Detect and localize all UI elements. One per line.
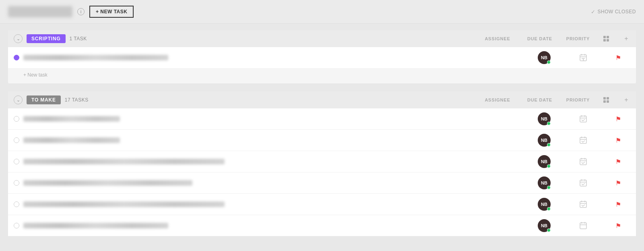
avatar[interactable]: NB (538, 112, 551, 125)
section-to-make-header: ⌄ TO MAKE 17 TASKS ASSIGNEE DUE DATE PRI… (8, 91, 636, 108)
svg-rect-11 (603, 100, 606, 103)
top-bar: i + NEW TASK ✓ SHOW CLOSED (0, 0, 644, 24)
avatar[interactable]: NB (538, 198, 551, 211)
show-closed-label: SHOW CLOSED (597, 9, 636, 15)
task-actions: NB ⚑ (528, 134, 630, 147)
avatar[interactable]: NB (538, 176, 551, 189)
due-date-icon[interactable] (579, 114, 588, 123)
avatar-initials: NB (541, 138, 547, 143)
priority-flag-icon[interactable]: ⚑ (614, 222, 622, 230)
task-name-blurred (23, 55, 168, 60)
table-row: NB ⚑ (8, 215, 636, 236)
assignee-cell: NB (528, 51, 560, 64)
online-status-dot (547, 143, 551, 147)
avatar[interactable]: NB (538, 219, 551, 232)
priority-flag-icon[interactable]: ⚑ (614, 201, 622, 208)
priority-flag-icon[interactable]: ⚑ (614, 179, 622, 187)
task-name-blurred (23, 201, 225, 207)
svg-rect-0 (603, 36, 606, 38)
svg-rect-17 (580, 137, 586, 143)
grid-view-to-make-icon[interactable] (602, 96, 610, 104)
section-scripting: ⌄ SCRIPTING 1 TASK ASSIGNEE DUE DATE PRI… (8, 30, 636, 83)
priority-flag-icon[interactable]: ⚑ (614, 54, 622, 62)
svg-rect-3 (607, 39, 609, 41)
task-checkbox[interactable] (14, 116, 19, 122)
info-icon[interactable]: i (77, 8, 85, 15)
due-date-cell (569, 53, 597, 62)
priority-flag-icon[interactable]: ⚑ (614, 115, 622, 123)
task-actions: NB (528, 51, 630, 64)
avatar-initials: NB (541, 116, 547, 121)
task-actions: NB ⚑ (528, 198, 630, 211)
col-assignee-scripting: ASSIGNEE (481, 36, 514, 41)
svg-rect-25 (580, 180, 586, 186)
online-status-dot (547, 186, 551, 189)
table-row: NB ⚑ (8, 130, 636, 151)
task-name-blurred (23, 223, 168, 228)
priority-cell: ⚑ (606, 54, 630, 62)
avatar-initials: NB (541, 223, 547, 228)
logo-blurred (8, 6, 72, 17)
online-status-dot (547, 60, 551, 64)
collapse-scripting-icon: ⌄ (17, 36, 20, 41)
table-row: NB (8, 47, 636, 68)
task-checkbox[interactable] (14, 180, 19, 186)
section-scripting-header: ⌄ SCRIPTING 1 TASK ASSIGNEE DUE DATE PRI… (8, 30, 636, 47)
section-to-make-count: 17 TASKS (65, 97, 89, 103)
collapse-to-make-icon: ⌄ (17, 97, 20, 103)
svg-rect-21 (580, 159, 586, 165)
table-row: NB ⚑ (8, 172, 636, 194)
task-actions: NB ⚑ (528, 112, 630, 125)
svg-rect-9 (603, 97, 606, 100)
section-to-make: ⌄ TO MAKE 17 TASKS ASSIGNEE DUE DATE PRI… (8, 91, 636, 236)
new-task-link-scripting[interactable]: + New task (8, 68, 636, 83)
svg-rect-13 (580, 116, 586, 122)
scripting-task-list: NB (8, 47, 636, 68)
section-scripting-tag: SCRIPTING (27, 34, 66, 43)
task-name-blurred (23, 159, 225, 164)
col-priority-to-make: PRIORITY (566, 97, 590, 102)
col-assignee-to-make: ASSIGNEE (481, 97, 514, 102)
task-checkbox[interactable] (14, 137, 19, 143)
table-row: NB ⚑ (8, 194, 636, 215)
task-actions: NB ⚑ (528, 219, 630, 232)
due-date-icon[interactable] (579, 136, 588, 145)
section-scripting-columns: ASSIGNEE DUE DATE PRIORITY + (481, 35, 630, 43)
task-checkbox[interactable] (14, 55, 19, 60)
collapse-scripting-button[interactable]: ⌄ (14, 34, 23, 43)
section-to-make-columns: ASSIGNEE DUE DATE PRIORITY + (481, 96, 630, 104)
show-closed-checkmark: ✓ (591, 9, 596, 15)
due-date-icon[interactable] (579, 221, 588, 230)
section-to-make-tag: TO MAKE (27, 95, 61, 104)
avatar[interactable]: NB (538, 51, 551, 64)
add-column-to-make-icon[interactable]: + (622, 96, 630, 104)
online-status-dot (547, 207, 551, 211)
avatar[interactable]: NB (538, 155, 551, 168)
show-closed-button[interactable]: ✓ SHOW CLOSED (591, 9, 636, 15)
online-status-dot (547, 122, 551, 125)
task-checkbox[interactable] (14, 201, 19, 207)
grid-view-scripting-icon[interactable] (602, 35, 610, 43)
table-row: NB ⚑ (8, 151, 636, 172)
due-date-icon[interactable] (579, 178, 588, 187)
priority-flag-icon[interactable]: ⚑ (614, 158, 622, 166)
table-row: NB ⚑ (8, 108, 636, 130)
svg-rect-12 (607, 100, 609, 103)
svg-rect-29 (580, 201, 586, 207)
task-checkbox[interactable] (14, 159, 19, 164)
collapse-to-make-button[interactable]: ⌄ (14, 95, 23, 104)
avatar[interactable]: NB (538, 134, 551, 147)
to-make-task-list: NB ⚑ NB ⚑ NB ⚑ (8, 108, 636, 236)
new-task-button[interactable]: + NEW TASK (89, 6, 134, 18)
task-name-blurred (23, 180, 192, 186)
svg-rect-33 (580, 223, 586, 229)
task-checkbox[interactable] (14, 223, 19, 228)
due-date-icon[interactable] (579, 53, 588, 62)
due-date-icon[interactable] (579, 200, 588, 209)
avatar-initials: NB (541, 159, 547, 164)
col-due-date-to-make: DUE DATE (526, 97, 554, 102)
due-date-icon[interactable] (579, 157, 588, 166)
priority-flag-icon[interactable]: ⚑ (614, 137, 622, 144)
add-column-scripting-icon[interactable]: + (622, 35, 630, 43)
avatar-initials: NB (541, 202, 547, 207)
